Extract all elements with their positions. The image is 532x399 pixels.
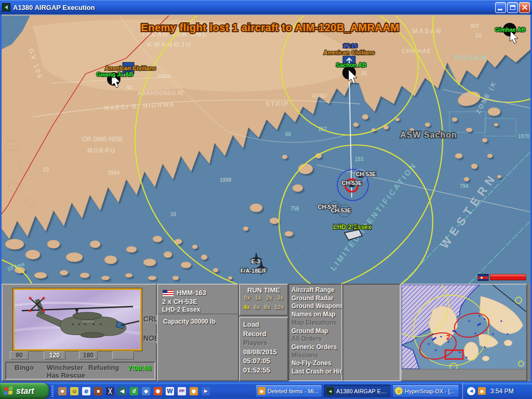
- svg-text:794: 794: [460, 183, 469, 189]
- svg-text:1998: 1998: [220, 177, 232, 183]
- tactical-map[interactable]: TACAN VOR DME KWANGJU 3894 42 42 ABANDON…: [2, 15, 530, 284]
- app-icon[interactable]: [2, 3, 10, 11]
- tray-clock-icon[interactable]: ◉: [478, 387, 486, 395]
- menu-item-generic-orders[interactable]: Generic Orders: [291, 343, 341, 352]
- minimize-icon: [498, 9, 502, 10]
- menu-item-last-crash[interactable]: Last Crash or Hit: [291, 368, 341, 376]
- svg-text:758: 758: [290, 206, 299, 211]
- svg-text:LHD-2 Essex: LHD-2 Essex: [333, 223, 371, 231]
- svg-text:42: 42: [177, 89, 183, 96]
- svg-text:MASAN: MASAN: [412, 27, 442, 35]
- user-icon[interactable]: ☻: [58, 387, 66, 395]
- sim-clock: 05:07:05: [243, 356, 287, 366]
- speed-blank-button[interactable]: [112, 351, 134, 360]
- runtime-panel: RUN TIME 0x 1x 2x 3x 4x 6x 8x 10x: [239, 284, 288, 381]
- window-title: A1380 AIRGAP Execution: [13, 4, 494, 11]
- taskbar-clock[interactable]: 3:54 PM: [490, 388, 514, 395]
- menu-item-all-orders[interactable]: All Orders: [291, 335, 341, 343]
- menu-item-aircraft-range[interactable]: Aircraft Range: [291, 286, 341, 295]
- speed-180-button[interactable]: 180: [79, 351, 98, 360]
- event-message: Enemy flight lost 1 aircraft to AIM-120B…: [141, 22, 399, 33]
- speed-3x[interactable]: 3x: [277, 295, 283, 301]
- word-icon[interactable]: W: [166, 387, 174, 395]
- box-icon[interactable]: ■: [94, 387, 102, 395]
- svg-text:Sachon AB: Sachon AB: [336, 62, 366, 68]
- svg-text:68: 68: [285, 131, 291, 137]
- system-tray: ◀ ◉ 3:54 PM: [462, 383, 532, 399]
- speed-4x[interactable]: 4x: [244, 304, 250, 310]
- speed-6x[interactable]: 6x: [254, 304, 260, 310]
- quick-launch-bar: ☻ ☺ e ■ ╳ ◀ d ◆ ◉ W FP ◉ ▶: [58, 387, 210, 395]
- svg-text:Gwang Ju AB: Gwang Ju AB: [96, 71, 133, 77]
- speed-90-button[interactable]: 90: [10, 351, 29, 360]
- task-buttons: ◉ Deleted Items - Mi... ◄ A1380 AIRGAP E…: [255, 384, 459, 397]
- start-label: start: [16, 387, 34, 396]
- svg-text:American Civilians: American Civilians: [324, 49, 375, 56]
- menu-item-ground-radar[interactable]: Ground Radar: [291, 295, 341, 303]
- refueling-indicator[interactable]: Refueling: [88, 364, 119, 371]
- svg-text:CH-53E: CH-53E: [330, 207, 351, 214]
- start-button[interactable]: start: [0, 383, 49, 399]
- svg-text:17:16: 17:16: [343, 43, 357, 49]
- theater-minimap[interactable]: 2: [401, 284, 527, 381]
- bingo-indicator[interactable]: Bingo: [15, 364, 34, 371]
- unit-composition: 2 x CH-53E: [162, 298, 197, 305]
- gem-icon[interactable]: ◆: [142, 387, 150, 395]
- record-button[interactable]: Record: [243, 329, 287, 339]
- taskbar-button-deleted-items[interactable]: ◉ Deleted Items - Mi...: [255, 384, 322, 397]
- enemy-status-bar: [478, 274, 526, 281]
- svg-text:CH-53E: CH-53E: [355, 171, 376, 177]
- winchester-indicator[interactable]: Winchester: [47, 364, 83, 371]
- menu-item-missions[interactable]: Missions: [291, 352, 341, 360]
- capacity-label: Capacity 30000 lb: [163, 318, 216, 325]
- menu-item-no-fly-zones[interactable]: No-Fly-Zones: [291, 360, 341, 368]
- elapsed-time: 01:52:55: [243, 366, 287, 375]
- media-player-icon[interactable]: ▶: [202, 387, 210, 395]
- outlook-clock-icon: ◉: [258, 387, 265, 395]
- speed-1x[interactable]: 1x: [255, 295, 261, 301]
- svg-text:ABANDONED: ABANDONED: [138, 90, 176, 96]
- close-button[interactable]: [519, 2, 530, 13]
- speed-8x[interactable]: 8x: [264, 304, 270, 310]
- mission-time: 7:08:46: [128, 364, 151, 372]
- restore-button[interactable]: [507, 2, 518, 13]
- svg-text:42: 42: [126, 84, 132, 90]
- us-flag-icon: [163, 290, 174, 296]
- speed-10x[interactable]: 10x: [274, 304, 284, 310]
- internet-explorer-icon[interactable]: e: [82, 387, 90, 395]
- speed-0x[interactable]: 0x: [244, 295, 250, 301]
- menu-item-ground-weapons[interactable]: Ground Weapons: [291, 302, 341, 311]
- home-base: LHD-2 Essex: [162, 306, 200, 313]
- orange-clock-icon[interactable]: ◉: [190, 387, 198, 395]
- back-arrow-icon[interactable]: ◀: [118, 387, 126, 395]
- menu-item-ground-map[interactable]: Ground Map: [291, 327, 341, 336]
- minimize-button[interactable]: [495, 2, 506, 13]
- unit-header: HMM-163 2 x CH-53E LHD-2 Essex: [158, 285, 238, 315]
- tray-chevron-icon[interactable]: ◀: [467, 387, 475, 395]
- session-box: Load Record Players 08/08/2015 05:07:05 …: [239, 317, 288, 381]
- svg-text:EOSU: EOSU: [312, 93, 327, 99]
- svg-text:25: 25: [361, 71, 367, 76]
- taskbar-button-airgap[interactable]: ◄ A1380 AIRGAP Ex...: [324, 384, 391, 397]
- airgap-app-icon: ◄: [326, 387, 334, 395]
- speed-2x[interactable]: 2x: [266, 295, 272, 301]
- quicklaunch-grip[interactable]: [51, 385, 54, 397]
- red-clock-icon[interactable]: ◉: [154, 387, 162, 395]
- menu-item-names-on-map[interactable]: Names on Map: [291, 311, 341, 319]
- green-d-icon[interactable]: d: [130, 387, 138, 395]
- svg-text:INT: INT: [470, 23, 480, 29]
- svg-text:Gimhae AB: Gimhae AB: [495, 26, 526, 33]
- smiley-icon[interactable]: ☺: [70, 387, 78, 395]
- svg-text:13: 13: [475, 33, 482, 38]
- pattern-icon[interactable]: ╳: [106, 387, 114, 395]
- frontpage-icon[interactable]: FP: [178, 387, 186, 395]
- title-bar[interactable]: A1380 AIRGAP Execution: [0, 0, 532, 15]
- taskbar-button-hypersnap[interactable]: ☼ HyperSnap-DX - [...: [392, 384, 459, 397]
- svg-text:American Civilians: American Civilians: [105, 65, 156, 71]
- menu-item-map-elevations[interactable]: Map Elevations: [291, 319, 341, 327]
- svg-text:2654: 2654: [108, 170, 120, 176]
- speed-control-box: RUN TIME 0x 1x 2x 3x 4x 6x 8x 10x: [239, 284, 288, 316]
- load-button[interactable]: Load: [243, 320, 287, 329]
- svg-text:CH-53E: CH-53E: [341, 180, 362, 186]
- speed-120-button[interactable]: 120: [44, 351, 65, 360]
